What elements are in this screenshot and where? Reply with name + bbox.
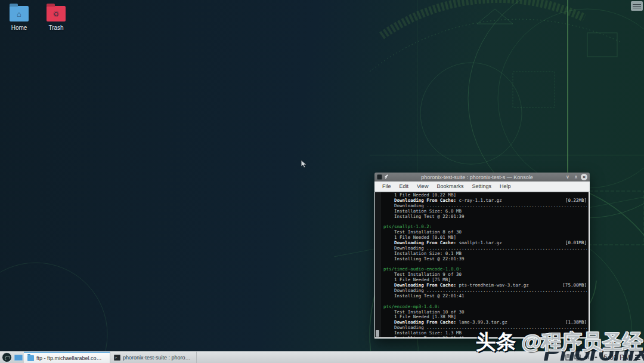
panel-settings-icon[interactable] xyxy=(635,355,642,360)
close-button[interactable]: × xyxy=(581,174,587,180)
terminal-scrollbar[interactable] xyxy=(375,192,380,337)
terminal-line: Downloading ............................… xyxy=(383,325,587,331)
terminal-line: Downloading From Cache: pts-trondheim-wa… xyxy=(383,283,587,288)
terminal-line: Test Installation 8 of 30 xyxy=(383,230,587,235)
terminal-line: Installing Test @ 22:01:39 xyxy=(383,257,587,262)
minimize-button[interactable]: ∨ xyxy=(564,174,571,181)
desktop-icon-label: Trash xyxy=(37,24,75,31)
menu-settings[interactable]: Settings xyxy=(467,183,496,189)
desktop-icon-label: Home xyxy=(0,24,38,31)
mouse-cursor xyxy=(301,159,308,169)
terminal-line: Installation Size: 1.3 MB xyxy=(383,331,587,336)
desktop-icon-trash[interactable]: ♽ Trash xyxy=(37,4,75,31)
maximize-button[interactable]: ∧ xyxy=(572,174,580,181)
konsole-menubar: FileEditViewBookmarksSettingsHelp xyxy=(374,182,590,192)
konsole-window: phoronix-test-suite : phoronix-test-s — … xyxy=(374,173,590,339)
menu-file[interactable]: File xyxy=(378,183,395,189)
konsole-app-icon xyxy=(377,174,382,180)
home-folder-icon: ⌂ xyxy=(8,4,30,23)
terminal-line: Test Installation 10 of 30 xyxy=(383,310,587,315)
taskbar-task[interactable]: ftp - ftp.michaellarabel.com - / — ... xyxy=(24,352,110,363)
terminal-frame: 1 File Needed [0.22 MB] Downloading From… xyxy=(374,192,590,339)
taskbar: ftp - ftp.michaellarabel.com - / — ...>p… xyxy=(0,351,644,363)
terminal-line: Installing Test @ 22:01:39 xyxy=(383,214,587,220)
terminal-line: 1 File Needed [0.22 MB] xyxy=(383,193,587,198)
terminal-line: Downloading From Cache: smallpt-1.tar.gz… xyxy=(383,241,587,246)
terminal-line: 1 File Needed [1.38 MB] xyxy=(383,315,587,320)
terminal-line xyxy=(383,219,587,224)
terminal-line: Installation Size: 0.1 MB xyxy=(383,251,587,257)
menu-help[interactable]: Help xyxy=(496,183,515,189)
terminal-line: Test Installation 9 of 30 xyxy=(383,272,587,278)
display-icon[interactable] xyxy=(574,354,581,361)
virtual-desktop-pager[interactable] xyxy=(14,355,23,361)
expand-tray-icon[interactable] xyxy=(593,355,599,360)
terminal-line: Downloading ............................… xyxy=(383,204,587,209)
clipboard-icon[interactable] xyxy=(565,354,571,361)
clock[interactable]: 5:01 PM xyxy=(602,353,632,362)
terminal-line xyxy=(383,262,587,267)
taskbar-task[interactable]: >phoronix-test-suite : phoronix-test... xyxy=(110,352,197,363)
konsole-icon: > xyxy=(114,355,120,361)
scrollbar-handle[interactable] xyxy=(376,330,379,337)
terminal-line: Installing Test @ 22:01:41 xyxy=(383,336,587,337)
window-title: phoronix-test-suite : phoronix-test-s — … xyxy=(391,174,563,180)
volume-icon[interactable] xyxy=(584,354,590,361)
pin-icon[interactable] xyxy=(384,175,389,180)
terminal-line: pts/timed-audio-encode-1.0.0: xyxy=(383,267,587,272)
trash-folder-icon: ♽ xyxy=(45,4,67,23)
task-label: ftp - ftp.michaellarabel.com - / — ... xyxy=(36,355,106,361)
folder-icon xyxy=(27,355,34,361)
system-tray: 5:01 PM xyxy=(565,352,644,363)
terminal-line: Installation Size: 6.0 MB xyxy=(383,209,587,214)
menu-view[interactable]: View xyxy=(413,183,432,189)
terminal-line: Downloading From Cache: c-ray-1.1.tar.gz… xyxy=(383,198,587,204)
terminal-line: Downloading ............................… xyxy=(383,246,587,251)
desktop-toolbox-icon[interactable] xyxy=(631,1,643,11)
terminal-line: 1 File Needed [75 MB] xyxy=(383,278,587,283)
menu-bookmarks[interactable]: Bookmarks xyxy=(432,183,467,189)
terminal-line: Downloading From Cache: lame-3.99.3.tar.… xyxy=(383,320,587,325)
app-launcher-button[interactable] xyxy=(0,352,13,363)
terminal-content[interactable]: 1 File Needed [0.22 MB] Downloading From… xyxy=(380,192,589,337)
terminal-line: Installing Test @ 22:01:41 xyxy=(383,294,587,299)
terminal-line: 1 File Needed [0.01 MB] xyxy=(383,235,587,241)
terminal-line xyxy=(383,299,587,304)
desktop-icon-home[interactable]: ⌂ Home xyxy=(0,4,38,31)
terminal-line: pts/encode-mp3-1.4.0: xyxy=(383,304,587,310)
task-label: phoronix-test-suite : phoronix-test... xyxy=(123,355,193,361)
terminal-line: pts/smallpt-1.0.2: xyxy=(383,224,587,230)
opensuse-logo-icon xyxy=(2,352,12,362)
menu-edit[interactable]: Edit xyxy=(395,183,413,189)
terminal-line: Downloading ............................… xyxy=(383,288,587,294)
window-titlebar[interactable]: phoronix-test-suite : phoronix-test-s — … xyxy=(374,173,590,182)
